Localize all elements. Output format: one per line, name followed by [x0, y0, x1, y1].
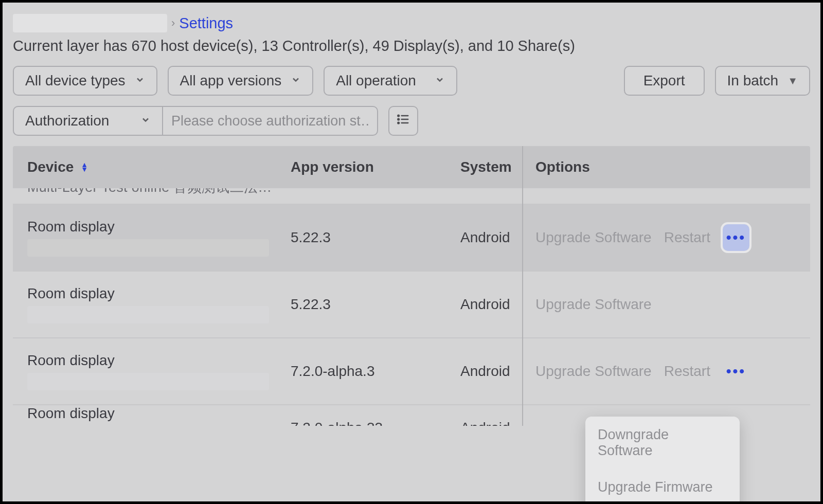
- svg-point-0: [398, 115, 399, 116]
- partial-row-top: Multi-Layer Test online 音频测试二法…: [13, 188, 810, 205]
- popover-item-downgrade-software[interactable]: Downgrade Software: [585, 417, 740, 469]
- device-subtext-placeholder: [27, 239, 269, 257]
- layer-summary-text: Current layer has 670 host device(s), 13…: [13, 38, 810, 55]
- authorization-dropdown[interactable]: Authorization: [13, 106, 162, 136]
- chevron-right-icon: ›: [171, 16, 175, 30]
- sort-icon: ▲▼: [81, 163, 88, 172]
- header-app-version[interactable]: App version: [291, 159, 460, 175]
- header-device[interactable]: Device ▲▼: [13, 159, 291, 175]
- table-header: Device ▲▼ App version System Options: [13, 146, 810, 188]
- export-label: Export: [643, 73, 685, 89]
- in-batch-button[interactable]: In batch ▼: [715, 66, 810, 96]
- more-options-popover: Downgrade Software Upgrade Firmware Deau…: [585, 417, 740, 504]
- header-options: Options: [522, 159, 810, 175]
- header-system[interactable]: System: [460, 159, 522, 175]
- chevron-down-icon: [435, 75, 445, 87]
- app-versions-dropdown[interactable]: All app versions: [168, 66, 314, 96]
- list-view-button[interactable]: [388, 106, 418, 136]
- svg-point-2: [398, 118, 399, 120]
- header-options-label: Options: [535, 159, 590, 175]
- popover-item-upgrade-firmware[interactable]: Upgrade Firmware: [585, 469, 740, 504]
- app-version-cell: 5.22.3: [291, 229, 460, 246]
- more-options-button[interactable]: •••: [723, 224, 749, 251]
- partial-row-text: Multi-Layer Test online 音频测试二法…: [27, 188, 272, 196]
- app-versions-label: All app versions: [180, 73, 282, 89]
- restart-link[interactable]: Restart: [664, 229, 710, 246]
- upgrade-software-link[interactable]: Upgrade Software: [535, 296, 652, 313]
- device-name[interactable]: Room display: [27, 285, 291, 302]
- device-name[interactable]: Room display: [27, 219, 291, 235]
- more-icon: •••: [726, 363, 746, 380]
- device-subtext-placeholder: [27, 373, 269, 390]
- device-types-dropdown[interactable]: All device types: [13, 66, 157, 96]
- system-cell: Android: [460, 296, 522, 313]
- operation-label: All operation: [336, 73, 416, 89]
- system-cell: Android: [460, 229, 522, 246]
- filters-row-1: All device types All app versions All op…: [13, 66, 810, 96]
- in-batch-label: In batch: [727, 73, 779, 89]
- system-cell: Android: [460, 420, 522, 426]
- table-row: Room display 5.22.3 Android Upgrade Soft…: [13, 205, 810, 272]
- list-icon: [396, 112, 410, 130]
- app-version-cell: 5.22.3: [291, 296, 460, 313]
- authorization-status-input-wrap: [162, 106, 378, 136]
- chevron-down-icon: [140, 115, 151, 128]
- app-version-cell: 7.2.0-alpha.33: [291, 420, 460, 426]
- table-row: Room display 5.22.3 Android Upgrade Soft…: [13, 272, 810, 338]
- filters-row-2: Authorization: [13, 106, 810, 136]
- restart-link[interactable]: Restart: [664, 363, 710, 380]
- chevron-down-icon: [291, 75, 301, 87]
- header-device-label: Device: [27, 159, 74, 175]
- operation-dropdown[interactable]: All operation: [324, 66, 457, 96]
- export-button[interactable]: Export: [624, 66, 705, 96]
- device-name[interactable]: Room display: [27, 352, 291, 369]
- column-divider: [522, 146, 523, 426]
- device-name[interactable]: Room display: [27, 405, 291, 422]
- header-app-label: App version: [291, 159, 374, 175]
- system-cell: Android: [460, 363, 522, 380]
- breadcrumb-root-placeholder: [13, 14, 167, 32]
- device-subtext-placeholder: [27, 306, 269, 323]
- more-options-button[interactable]: •••: [723, 358, 749, 385]
- table-row: Room display 7.2.0-alpha.3 Android Upgra…: [13, 338, 810, 405]
- app-version-cell: 7.2.0-alpha.3: [291, 363, 460, 380]
- upgrade-software-link[interactable]: Upgrade Software: [535, 229, 652, 246]
- authorization-label: Authorization: [25, 113, 109, 129]
- device-table: Device ▲▼ App version System Options Mul…: [13, 146, 810, 426]
- breadcrumb: › Settings: [13, 14, 810, 32]
- authorization-status-input[interactable]: [171, 113, 369, 129]
- header-system-label: System: [460, 159, 512, 175]
- device-types-label: All device types: [25, 73, 126, 89]
- breadcrumb-settings-link[interactable]: Settings: [179, 15, 233, 32]
- chevron-down-icon: [135, 75, 145, 87]
- more-icon: •••: [726, 229, 746, 246]
- svg-point-4: [398, 122, 399, 123]
- triangle-down-icon: ▼: [788, 75, 798, 87]
- upgrade-software-link[interactable]: Upgrade Software: [535, 363, 652, 380]
